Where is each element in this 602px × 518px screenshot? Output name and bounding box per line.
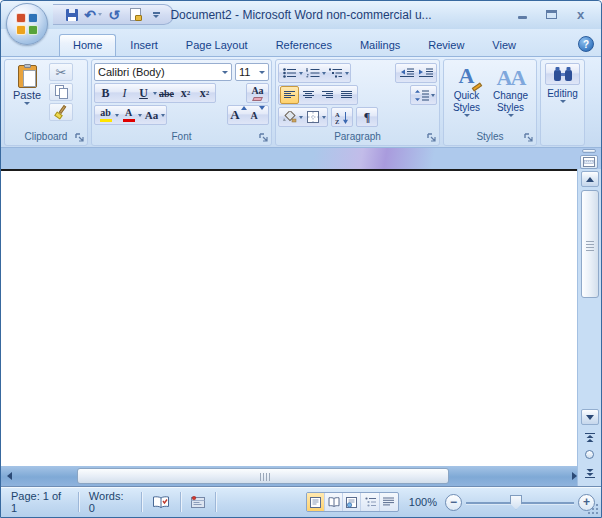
underline-button[interactable]: U [134, 84, 153, 102]
split-window-handle[interactable] [582, 149, 596, 153]
page-number-status[interactable]: Page: 1 of 1 [7, 492, 72, 512]
paste-button[interactable]: Paste [8, 63, 46, 121]
horizontal-scroll-thumb[interactable] [77, 468, 449, 484]
show-hide-pilcrow-button[interactable]: ¶ [358, 108, 377, 126]
align-left-button[interactable] [280, 86, 299, 104]
copy-button[interactable] [49, 83, 73, 101]
paragraph-dialog-launcher[interactable] [427, 133, 437, 143]
zoom-out-button[interactable]: − [445, 494, 462, 511]
shading-button[interactable] [280, 108, 299, 126]
grow-font-arrow-icon [241, 106, 247, 110]
tab-view[interactable]: View [478, 34, 530, 56]
tab-mailings[interactable]: Mailings [346, 34, 414, 56]
multilevel-dropdown-arrow-icon[interactable] [345, 72, 349, 75]
full-screen-reading-view-button[interactable] [325, 493, 343, 511]
save-button[interactable] [63, 6, 81, 23]
tab-home[interactable]: Home [59, 34, 116, 56]
font-dialog-launcher[interactable] [259, 133, 269, 143]
line-spacing-dropdown-arrow-icon[interactable] [431, 94, 435, 97]
print-layout-view-button[interactable] [307, 493, 325, 511]
zoom-slider-thumb[interactable] [510, 495, 522, 510]
font-name-select[interactable]: Calibri (Body) [94, 63, 232, 81]
document-page[interactable] [1, 169, 577, 466]
tab-page-layout[interactable]: Page Layout [172, 34, 262, 56]
font-group-label: Font [94, 130, 269, 143]
tab-review[interactable]: Review [414, 34, 478, 56]
office-button[interactable] [6, 3, 48, 45]
quick-styles-button[interactable]: A Quick Styles [447, 63, 486, 118]
scroll-up-button[interactable] [581, 171, 599, 187]
change-styles-dropdown-arrow-icon [508, 114, 514, 117]
sort-button[interactable]: A Z [333, 108, 352, 126]
window-controls: x [510, 6, 593, 23]
line-spacing-button[interactable] [412, 86, 431, 104]
change-styles-button[interactable]: AA Change Styles [488, 63, 533, 118]
multilevel-list-button[interactable] [326, 64, 345, 82]
grow-font-button[interactable]: A [229, 106, 248, 124]
align-center-button[interactable] [299, 86, 318, 104]
vertical-scroll-thumb[interactable] [581, 190, 599, 298]
justify-button[interactable] [337, 86, 356, 104]
outline-view-button[interactable] [361, 493, 379, 511]
help-button[interactable]: ? [578, 36, 594, 52]
zoom-level-button[interactable]: 100% [409, 496, 437, 508]
clipboard-dialog-launcher[interactable] [75, 133, 85, 143]
resize-grip[interactable] [587, 503, 599, 515]
close-button[interactable]: x [568, 6, 593, 23]
horizontal-scrollbar[interactable] [1, 466, 577, 486]
clear-formatting-button[interactable]: Aa [248, 84, 267, 102]
strikethrough-button[interactable]: abe [157, 84, 176, 102]
scroll-right-button[interactable] [561, 468, 577, 484]
undo-button[interactable]: ↶ [84, 6, 102, 23]
change-case-dropdown-arrow-icon[interactable] [161, 114, 165, 117]
word-window: ↶ ↺ Document2 - Microsoft Word non-comme… [0, 0, 602, 518]
cut-button[interactable]: ✂ [49, 63, 73, 81]
group-styles: A Quick Styles AA Change Styles Styles [443, 59, 537, 146]
font-size-select[interactable]: 11 [235, 63, 269, 81]
previous-page-button[interactable] [581, 430, 599, 446]
superscript-button[interactable]: x2 [195, 84, 214, 102]
align-right-button[interactable] [318, 86, 337, 104]
bold-button[interactable]: B [96, 84, 115, 102]
undo-dropdown-arrow-icon[interactable] [98, 13, 102, 16]
bullets-button[interactable] [280, 64, 299, 82]
zoom-slider[interactable] [466, 494, 574, 511]
decrease-indent-button[interactable] [397, 64, 416, 82]
borders-button[interactable] [303, 108, 322, 126]
word-count-status[interactable]: Words: 0 [85, 492, 135, 512]
text-highlight-button[interactable]: ab [96, 106, 115, 124]
document-lock-icon [130, 8, 141, 21]
redo-button[interactable]: ↺ [105, 6, 123, 23]
customize-qat-button[interactable] [147, 6, 165, 23]
increase-indent-button[interactable] [416, 64, 435, 82]
borders-dropdown-arrow-icon[interactable] [322, 116, 326, 119]
highlight-label: ab [100, 108, 111, 118]
scroll-down-button[interactable] [581, 409, 599, 425]
numbering-button[interactable] [303, 64, 322, 82]
tab-references[interactable]: References [262, 34, 346, 56]
select-browse-object-button[interactable] [585, 450, 594, 459]
highlight-color-bar [100, 119, 112, 122]
tab-insert[interactable]: Insert [116, 34, 172, 56]
macro-record-button[interactable] [187, 492, 209, 512]
editing-button[interactable]: Editing [543, 62, 582, 104]
change-case-button[interactable]: Aa [142, 106, 161, 124]
styles-dialog-launcher[interactable] [524, 133, 534, 143]
italic-button[interactable]: I [115, 84, 134, 102]
scroll-left-button[interactable] [1, 468, 17, 484]
subscript-button[interactable]: x2 [176, 84, 195, 102]
next-page-button[interactable] [581, 465, 599, 481]
view-ruler-toggle-button[interactable] [580, 155, 598, 169]
proofing-status-button[interactable] [148, 492, 174, 512]
minimize-button[interactable] [510, 6, 535, 23]
numbering-icon [306, 68, 320, 78]
maximize-button[interactable] [539, 6, 564, 23]
web-layout-view-button[interactable] [343, 493, 361, 511]
shrink-font-button[interactable]: A [248, 106, 267, 124]
font-color-button[interactable]: A [119, 106, 138, 124]
format-painter-button[interactable] [49, 103, 73, 121]
draft-view-button[interactable] [380, 493, 398, 511]
permission-button[interactable] [126, 6, 144, 23]
paste-dropdown-arrow-icon[interactable] [24, 102, 30, 105]
vertical-scrollbar[interactable] [577, 169, 601, 486]
